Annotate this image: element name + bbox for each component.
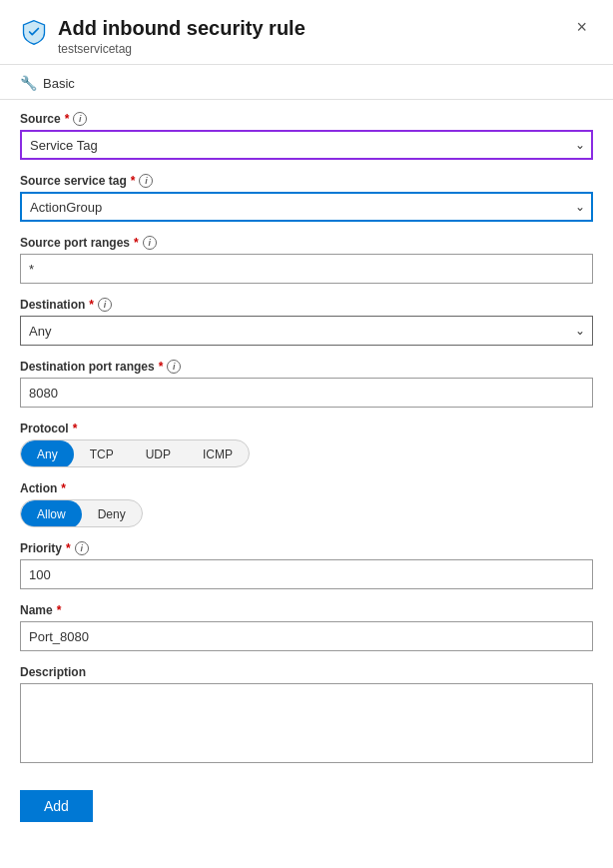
description-field-group: Description xyxy=(20,665,593,766)
destination-port-ranges-field-group: Destination port ranges * i xyxy=(20,360,593,408)
destination-port-ranges-label: Destination port ranges * i xyxy=(20,360,593,374)
source-port-info-icon[interactable]: i xyxy=(143,236,157,250)
section-label: 🔧 Basic xyxy=(0,65,613,99)
name-label: Name * xyxy=(20,603,593,617)
priority-field-group: Priority * i xyxy=(20,541,593,589)
source-info-icon[interactable]: i xyxy=(73,112,87,126)
protocol-udp-button[interactable]: UDP xyxy=(130,440,187,467)
destination-info-icon[interactable]: i xyxy=(98,298,112,312)
panel-title: Add inbound security rule xyxy=(58,16,306,40)
action-field-group: Action * Allow Deny xyxy=(20,481,593,527)
source-select[interactable]: Service Tag xyxy=(20,130,593,160)
add-button[interactable]: Add xyxy=(20,790,93,822)
source-service-tag-field-group: Source service tag * i ActionGroup ⌄ xyxy=(20,174,593,222)
source-port-required: * xyxy=(134,236,139,250)
name-field-group: Name * xyxy=(20,603,593,651)
protocol-label: Protocol * xyxy=(20,422,593,435)
protocol-any-button[interactable]: Any xyxy=(21,440,74,467)
priority-label: Priority * i xyxy=(20,541,593,555)
name-required: * xyxy=(57,603,62,617)
source-port-ranges-input[interactable] xyxy=(20,254,593,284)
destination-port-info-icon[interactable]: i xyxy=(167,360,181,374)
action-required: * xyxy=(61,481,66,495)
protocol-toggle-group: Any TCP UDP ICMP xyxy=(20,439,250,467)
source-service-tag-select[interactable]: ActionGroup xyxy=(20,192,593,222)
protocol-icmp-button[interactable]: ICMP xyxy=(187,440,249,467)
source-service-tag-label: Source service tag * i xyxy=(20,174,593,188)
wrench-icon: 🔧 xyxy=(20,75,37,91)
header-left: Add inbound security rule testservicetag xyxy=(20,16,306,56)
close-button[interactable]: × xyxy=(570,16,593,38)
action-toggle-group: Allow Deny xyxy=(20,499,143,527)
form-body: Source * i Service Tag ⌄ Source service … xyxy=(0,100,613,842)
title-block: Add inbound security rule testservicetag xyxy=(58,16,306,56)
destination-required: * xyxy=(89,298,94,312)
source-port-ranges-field-group: Source port ranges * i xyxy=(20,236,593,284)
source-required: * xyxy=(65,112,70,126)
source-service-tag-info-icon[interactable]: i xyxy=(139,174,153,188)
priority-required: * xyxy=(66,541,71,555)
action-deny-button[interactable]: Deny xyxy=(82,500,142,527)
destination-select-wrapper: Any ⌄ xyxy=(20,316,593,346)
action-label: Action * xyxy=(20,481,593,495)
section-text: Basic xyxy=(43,76,75,91)
priority-info-icon[interactable]: i xyxy=(75,541,89,555)
shield-icon xyxy=(20,18,48,49)
destination-port-ranges-input[interactable] xyxy=(20,378,593,408)
source-port-ranges-label: Source port ranges * i xyxy=(20,236,593,250)
description-label: Description xyxy=(20,665,593,679)
action-allow-button[interactable]: Allow xyxy=(21,500,82,527)
source-service-tag-required: * xyxy=(131,174,136,188)
protocol-field-group: Protocol * Any TCP UDP ICMP xyxy=(20,422,593,467)
source-select-wrapper: Service Tag ⌄ xyxy=(20,130,593,160)
protocol-required: * xyxy=(73,422,78,435)
destination-port-required: * xyxy=(159,360,164,374)
destination-select[interactable]: Any xyxy=(20,316,593,346)
description-textarea[interactable] xyxy=(20,683,593,763)
panel-subtitle: testservicetag xyxy=(58,42,306,56)
priority-input[interactable] xyxy=(20,559,593,589)
destination-label: Destination * i xyxy=(20,298,593,312)
add-inbound-rule-panel: Add inbound security rule testservicetag… xyxy=(0,0,613,868)
source-service-tag-select-wrapper: ActionGroup ⌄ xyxy=(20,192,593,222)
protocol-tcp-button[interactable]: TCP xyxy=(74,440,130,467)
source-label: Source * i xyxy=(20,112,593,126)
panel-header: Add inbound security rule testservicetag… xyxy=(0,0,613,65)
destination-field-group: Destination * i Any ⌄ xyxy=(20,298,593,346)
source-field-group: Source * i Service Tag ⌄ xyxy=(20,112,593,160)
name-input[interactable] xyxy=(20,621,593,651)
